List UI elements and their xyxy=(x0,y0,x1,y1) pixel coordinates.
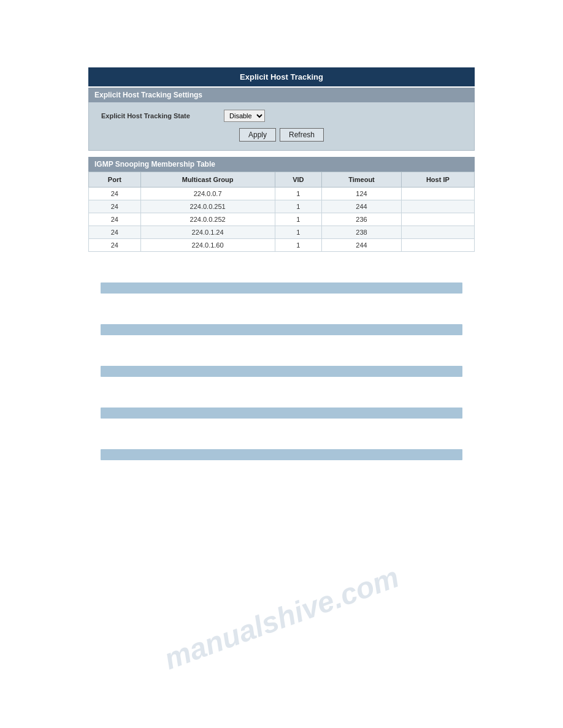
cell-port: 24 xyxy=(89,213,141,226)
col-multicast-group: Multicast Group xyxy=(140,172,275,188)
tracking-state-label: Explicit Host Tracking State xyxy=(101,112,224,119)
cell-vid: 1 xyxy=(275,188,322,200)
apply-button[interactable]: Apply xyxy=(239,128,276,142)
cell-timeout: 238 xyxy=(322,226,401,239)
cell-vid: 1 xyxy=(275,213,322,226)
blue-bar-1 xyxy=(101,282,462,294)
table-header-row: Port Multicast Group VID Timeout Host IP xyxy=(89,172,475,188)
table-row: 24224.0.1.241238 xyxy=(89,226,475,239)
cell-host-ip xyxy=(401,226,474,239)
lower-section: manualshive.com xyxy=(88,258,475,460)
tracking-state-select[interactable]: Disable Enable xyxy=(224,110,265,122)
cell-multicast-group: 224.0.0.252 xyxy=(140,213,275,226)
cell-multicast-group: 224.0.0.7 xyxy=(140,188,275,200)
cell-port: 24 xyxy=(89,200,141,213)
settings-area: Explicit Host Tracking State Disable Ena… xyxy=(88,102,475,151)
table-row: 24224.0.0.2511244 xyxy=(89,200,475,213)
tracking-state-row: Explicit Host Tracking State Disable Ena… xyxy=(101,110,462,122)
cell-vid: 1 xyxy=(275,226,322,239)
col-timeout: Timeout xyxy=(322,172,401,188)
button-row: Apply Refresh xyxy=(101,128,462,142)
watermark: manualshive.com xyxy=(159,560,403,676)
refresh-button[interactable]: Refresh xyxy=(280,128,324,142)
cell-multicast-group: 224.0.1.60 xyxy=(140,239,275,252)
blue-bar-3 xyxy=(101,366,462,377)
settings-section-header: Explicit Host Tracking Settings xyxy=(88,88,475,102)
blue-bar-5 xyxy=(101,449,462,460)
blue-bar-4 xyxy=(101,408,462,419)
cell-timeout: 236 xyxy=(322,213,401,226)
blue-bar-2 xyxy=(101,324,462,335)
membership-table: Port Multicast Group VID Timeout Host IP… xyxy=(88,172,475,252)
table-section-header: IGMP Snooping Membership Table xyxy=(88,157,475,172)
cell-vid: 1 xyxy=(275,200,322,213)
cell-timeout: 124 xyxy=(322,188,401,200)
cell-host-ip xyxy=(401,239,474,252)
cell-timeout: 244 xyxy=(322,200,401,213)
cell-multicast-group: 224.0.0.251 xyxy=(140,200,275,213)
cell-host-ip xyxy=(401,188,474,200)
table-section: IGMP Snooping Membership Table Port Mult… xyxy=(88,157,475,252)
cell-port: 24 xyxy=(89,226,141,239)
cell-port: 24 xyxy=(89,188,141,200)
cell-multicast-group: 224.0.1.24 xyxy=(140,226,275,239)
col-host-ip: Host IP xyxy=(401,172,474,188)
cell-port: 24 xyxy=(89,239,141,252)
table-row: 24224.0.1.601244 xyxy=(89,239,475,252)
table-row: 24224.0.0.2521236 xyxy=(89,213,475,226)
cell-vid: 1 xyxy=(275,239,322,252)
cell-timeout: 244 xyxy=(322,239,401,252)
col-port: Port xyxy=(89,172,141,188)
col-vid: VID xyxy=(275,172,322,188)
page-title: Explicit Host Tracking xyxy=(88,67,475,86)
cell-host-ip xyxy=(401,213,474,226)
table-row: 24224.0.0.71124 xyxy=(89,188,475,200)
cell-host-ip xyxy=(401,200,474,213)
